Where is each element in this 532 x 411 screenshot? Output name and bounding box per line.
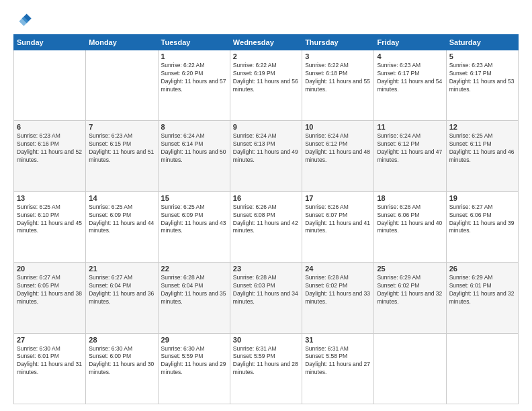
calendar-cell: 25Sunrise: 6:29 AM Sunset: 6:02 PM Dayli… (374, 263, 446, 333)
day-info: Sunrise: 6:22 AM Sunset: 6:20 PM Dayligh… (161, 62, 227, 94)
calendar-cell: 3Sunrise: 6:22 AM Sunset: 6:18 PM Daylig… (302, 50, 374, 121)
day-info: Sunrise: 6:25 AM Sunset: 6:09 PM Dayligh… (161, 203, 227, 236)
page: SundayMondayTuesdayWednesdayThursdayFrid… (0, 0, 532, 411)
calendar-cell (86, 50, 158, 121)
weekday-header: Monday (86, 35, 158, 50)
day-number: 2 (233, 52, 299, 60)
day-number: 1 (161, 52, 227, 60)
calendar-cell: 30Sunrise: 6:31 AM Sunset: 5:59 PM Dayli… (230, 333, 302, 404)
day-number: 7 (89, 123, 154, 131)
day-info: Sunrise: 6:28 AM Sunset: 6:04 PM Dayligh… (161, 274, 227, 306)
weekday-header: Thursday (302, 35, 374, 50)
day-number: 25 (377, 265, 443, 273)
day-info: Sunrise: 6:29 AM Sunset: 6:01 PM Dayligh… (449, 274, 515, 306)
calendar-table: SundayMondayTuesdayWednesdayThursdayFrid… (13, 34, 519, 404)
day-info: Sunrise: 6:28 AM Sunset: 6:03 PM Dayligh… (233, 274, 299, 306)
calendar-cell: 11Sunrise: 6:24 AM Sunset: 6:12 PM Dayli… (374, 121, 446, 191)
calendar-cell: 20Sunrise: 6:27 AM Sunset: 6:05 PM Dayli… (14, 263, 86, 333)
day-number: 19 (449, 194, 515, 202)
calendar-cell: 12Sunrise: 6:25 AM Sunset: 6:11 PM Dayli… (446, 121, 518, 191)
calendar-cell: 13Sunrise: 6:25 AM Sunset: 6:10 PM Dayli… (14, 191, 86, 262)
calendar-cell: 27Sunrise: 6:30 AM Sunset: 6:01 PM Dayli… (14, 333, 86, 404)
day-info: Sunrise: 6:25 AM Sunset: 6:10 PM Dayligh… (17, 203, 83, 236)
calendar-cell: 6Sunrise: 6:23 AM Sunset: 6:16 PM Daylig… (14, 121, 86, 191)
day-number: 29 (161, 336, 227, 344)
day-number: 16 (233, 194, 299, 202)
calendar-cell: 10Sunrise: 6:24 AM Sunset: 6:12 PM Dayli… (302, 121, 374, 191)
calendar-cell: 31Sunrise: 6:31 AM Sunset: 5:58 PM Dayli… (302, 333, 374, 404)
day-info: Sunrise: 6:30 AM Sunset: 5:59 PM Dayligh… (161, 345, 227, 377)
calendar-cell (374, 333, 446, 404)
calendar-cell: 26Sunrise: 6:29 AM Sunset: 6:01 PM Dayli… (446, 263, 518, 333)
day-info: Sunrise: 6:23 AM Sunset: 6:16 PM Dayligh… (17, 132, 83, 165)
day-number: 18 (377, 194, 443, 202)
day-info: Sunrise: 6:28 AM Sunset: 6:02 PM Dayligh… (305, 274, 371, 306)
day-number: 26 (449, 265, 515, 273)
day-number: 4 (377, 52, 443, 60)
day-info: Sunrise: 6:25 AM Sunset: 6:09 PM Dayligh… (89, 203, 154, 236)
day-number: 17 (305, 194, 371, 202)
weekday-header: Friday (374, 35, 446, 50)
day-info: Sunrise: 6:29 AM Sunset: 6:02 PM Dayligh… (377, 274, 443, 306)
day-info: Sunrise: 6:27 AM Sunset: 6:05 PM Dayligh… (17, 274, 83, 306)
calendar-cell: 19Sunrise: 6:27 AM Sunset: 6:06 PM Dayli… (446, 191, 518, 262)
day-number: 23 (233, 265, 299, 273)
header (13, 10, 519, 29)
day-info: Sunrise: 6:27 AM Sunset: 6:04 PM Dayligh… (89, 274, 154, 306)
day-number: 10 (305, 123, 371, 131)
calendar-cell: 22Sunrise: 6:28 AM Sunset: 6:04 PM Dayli… (158, 263, 230, 333)
day-number: 13 (17, 194, 83, 202)
calendar-cell: 24Sunrise: 6:28 AM Sunset: 6:02 PM Dayli… (302, 263, 374, 333)
calendar-cell: 15Sunrise: 6:25 AM Sunset: 6:09 PM Dayli… (158, 191, 230, 262)
weekday-header: Saturday (446, 35, 518, 50)
day-info: Sunrise: 6:24 AM Sunset: 6:14 PM Dayligh… (161, 132, 227, 165)
calendar-week-row: 20Sunrise: 6:27 AM Sunset: 6:05 PM Dayli… (14, 263, 519, 333)
calendar-cell (446, 333, 518, 404)
day-info: Sunrise: 6:27 AM Sunset: 6:06 PM Dayligh… (449, 203, 515, 236)
day-number: 9 (233, 123, 299, 131)
calendar-cell: 8Sunrise: 6:24 AM Sunset: 6:14 PM Daylig… (158, 121, 230, 191)
weekday-header: Wednesday (230, 35, 302, 50)
day-number: 27 (17, 336, 83, 344)
calendar-cell (14, 50, 86, 121)
calendar-cell: 23Sunrise: 6:28 AM Sunset: 6:03 PM Dayli… (230, 263, 302, 333)
day-number: 31 (305, 336, 371, 344)
day-info: Sunrise: 6:22 AM Sunset: 6:19 PM Dayligh… (233, 62, 299, 94)
day-info: Sunrise: 6:30 AM Sunset: 6:01 PM Dayligh… (17, 345, 83, 377)
day-info: Sunrise: 6:22 AM Sunset: 6:18 PM Dayligh… (305, 62, 371, 94)
calendar-week-row: 13Sunrise: 6:25 AM Sunset: 6:10 PM Dayli… (14, 191, 519, 262)
calendar-cell: 1Sunrise: 6:22 AM Sunset: 6:20 PM Daylig… (158, 50, 230, 121)
calendar-cell: 14Sunrise: 6:25 AM Sunset: 6:09 PM Dayli… (86, 191, 158, 262)
day-number: 11 (377, 123, 443, 131)
day-number: 6 (17, 123, 83, 131)
day-info: Sunrise: 6:26 AM Sunset: 6:06 PM Dayligh… (377, 203, 443, 236)
calendar-cell: 28Sunrise: 6:30 AM Sunset: 6:00 PM Dayli… (86, 333, 158, 404)
day-number: 12 (449, 123, 515, 131)
calendar-cell: 21Sunrise: 6:27 AM Sunset: 6:04 PM Dayli… (86, 263, 158, 333)
calendar-week-row: 27Sunrise: 6:30 AM Sunset: 6:01 PM Dayli… (14, 333, 519, 404)
day-info: Sunrise: 6:25 AM Sunset: 6:11 PM Dayligh… (449, 132, 515, 165)
calendar-cell: 7Sunrise: 6:23 AM Sunset: 6:15 PM Daylig… (86, 121, 158, 191)
calendar-week-row: 6Sunrise: 6:23 AM Sunset: 6:16 PM Daylig… (14, 121, 519, 191)
calendar-cell: 9Sunrise: 6:24 AM Sunset: 6:13 PM Daylig… (230, 121, 302, 191)
calendar-cell: 16Sunrise: 6:26 AM Sunset: 6:08 PM Dayli… (230, 191, 302, 262)
day-info: Sunrise: 6:24 AM Sunset: 6:12 PM Dayligh… (377, 132, 443, 165)
calendar-cell: 29Sunrise: 6:30 AM Sunset: 5:59 PM Dayli… (158, 333, 230, 404)
calendar-cell: 18Sunrise: 6:26 AM Sunset: 6:06 PM Dayli… (374, 191, 446, 262)
calendar-header-row: SundayMondayTuesdayWednesdayThursdayFrid… (14, 35, 519, 50)
day-number: 20 (17, 265, 83, 273)
day-info: Sunrise: 6:31 AM Sunset: 5:59 PM Dayligh… (233, 345, 299, 377)
day-number: 30 (233, 336, 299, 344)
day-info: Sunrise: 6:23 AM Sunset: 6:15 PM Dayligh… (89, 132, 154, 165)
weekday-header: Tuesday (158, 35, 230, 50)
calendar-week-row: 1Sunrise: 6:22 AM Sunset: 6:20 PM Daylig… (14, 50, 519, 121)
day-info: Sunrise: 6:24 AM Sunset: 6:13 PM Dayligh… (233, 132, 299, 165)
day-number: 21 (89, 265, 154, 273)
calendar-cell: 17Sunrise: 6:26 AM Sunset: 6:07 PM Dayli… (302, 191, 374, 262)
logo (13, 10, 35, 29)
logo-icon (13, 10, 32, 29)
day-info: Sunrise: 6:26 AM Sunset: 6:08 PM Dayligh… (233, 203, 299, 236)
day-number: 3 (305, 52, 371, 60)
calendar-cell: 5Sunrise: 6:23 AM Sunset: 6:17 PM Daylig… (446, 50, 518, 121)
day-info: Sunrise: 6:23 AM Sunset: 6:17 PM Dayligh… (377, 62, 443, 94)
